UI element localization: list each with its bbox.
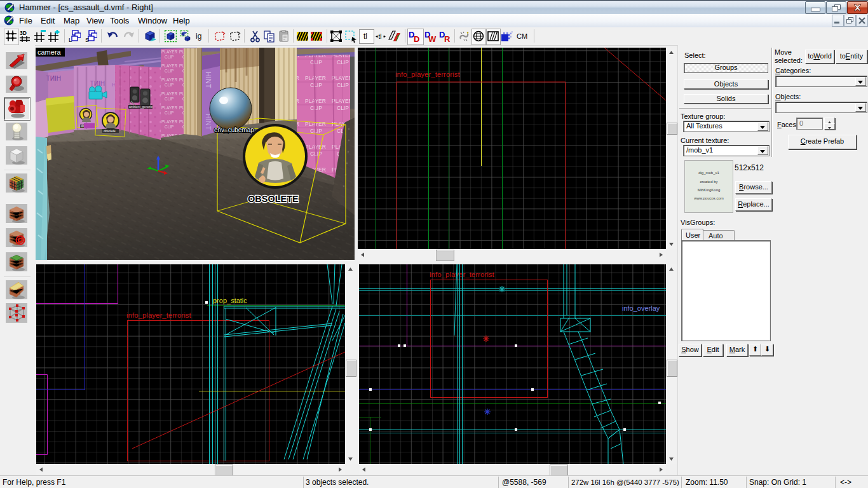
svg-text:info_overlay: info_overlay [622,304,660,312]
svg-text:D: D [414,34,419,43]
svg-text:L: L [69,36,72,43]
svg-text:HINT: HINT [205,72,212,88]
svg-text:env_cubemap: env_cubemap [214,126,254,133]
svg-text:info_player_terrorist: info_player_terrorist [395,71,460,78]
svg-text:camera: camera [37,48,62,56]
svg-text:obsolete: obsolete [104,129,116,133]
svg-text:R: R [444,34,451,43]
svg-text:HINT: HINT [46,75,61,82]
svg-text:3D: 3D [20,30,27,36]
svg-text:OBSOLETE: OBSOLETE [248,194,299,204]
svg-text:S: S [85,36,89,43]
svg-text:W: W [428,34,437,43]
svg-text:ambient_generic: ambient_generic [129,105,153,109]
svg-text:prop_static: prop_static [213,297,247,304]
svg-text:info_player_terrorist: info_player_terrorist [126,311,191,319]
svg-text:tl: tl [379,33,382,40]
